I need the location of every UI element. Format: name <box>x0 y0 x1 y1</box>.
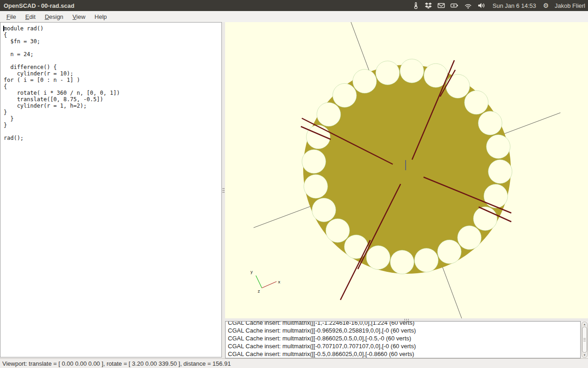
session-username[interactable]: Jakob Flierl <box>555 2 585 9</box>
clock[interactable]: Sun Jan 6 14:53 <box>492 2 536 9</box>
viewport-status-text: Viewport: translate = [ 0.00 0.00 0.00 ]… <box>2 360 231 367</box>
scroll-down-icon[interactable]: ▼ <box>583 353 586 357</box>
disk-hole <box>437 240 461 264</box>
disk-hole <box>353 69 377 93</box>
disk-hole <box>333 83 356 107</box>
scrollbar-thumb[interactable] <box>582 327 587 353</box>
console-lines: CGAL Cache insert: multmatrix([[-1,-1.22… <box>228 321 578 358</box>
main-area: module rad() { $fn = 30; n = 24; differe… <box>0 22 588 358</box>
battery-icon[interactable] <box>450 2 459 9</box>
code-text: module rad() { $fn = 30; n = 24; differe… <box>0 23 221 141</box>
disk-hole <box>312 198 336 222</box>
disk-hole <box>486 135 510 159</box>
dropbox-icon[interactable] <box>424 2 432 9</box>
disk-hole <box>302 150 326 173</box>
disk-hole <box>304 174 328 198</box>
scroll-up-icon[interactable]: ▲ <box>583 322 586 327</box>
openscad-window: OpenSCAD - 00-rad.scad Sun Jan 6 14:53 ⚙ <box>0 0 588 368</box>
menu-item-file[interactable]: File <box>2 12 21 22</box>
console-scrollbar[interactable]: ▲ ▼ <box>582 322 588 358</box>
system-tray: Sun Jan 6 14:53 ⚙ Jakob Flierl <box>412 0 585 11</box>
disk-hole <box>446 75 470 98</box>
indicator-label-z: z <box>258 289 260 293</box>
3d-scene-svg: yxz <box>225 22 588 318</box>
menu-item-edit[interactable]: Edit <box>21 12 40 22</box>
disk-hole <box>326 218 350 242</box>
menubar: FileEditDesignViewHelp <box>0 11 588 22</box>
session-gear-icon[interactable]: ⚙ <box>543 0 549 11</box>
unity-top-panel: OpenSCAD - 00-rad.scad Sun Jan 6 14:53 ⚙ <box>0 0 588 11</box>
disk-hole <box>458 226 481 250</box>
3d-viewport[interactable]: yxz <box>225 22 588 318</box>
disk-hole <box>366 246 390 270</box>
disk-hole <box>478 111 502 135</box>
window-title: OpenSCAD - 00-rad.scad <box>4 2 74 9</box>
status-bar: Viewport: translate = [ 0.00 0.00 0.00 ]… <box>0 358 588 368</box>
menu-item-help[interactable]: Help <box>90 12 112 22</box>
disk-hole <box>376 61 400 85</box>
right-column: yxz CGAL Cache insert: multmatrix([[-1,-… <box>225 22 588 358</box>
indicator-label-x: x <box>278 280 281 284</box>
thermometer-icon[interactable] <box>412 2 419 9</box>
text-caret <box>3 26 4 31</box>
disk-hole <box>317 103 341 126</box>
code-editor[interactable]: module rad() { $fn = 30; n = 24; differe… <box>0 22 222 357</box>
console-row: CGAL Cache insert: multmatrix([[-1,-1.22… <box>225 321 588 358</box>
disk-hole <box>464 91 488 115</box>
volume-icon[interactable] <box>477 2 486 9</box>
menu-item-view[interactable]: View <box>68 12 90 22</box>
vertical-splitter[interactable] <box>222 22 225 358</box>
disk-hole <box>488 160 512 184</box>
mail-icon[interactable] <box>437 2 445 9</box>
disk-hole <box>484 184 508 208</box>
disk-hole <box>400 59 424 83</box>
indicator-label-y: y <box>250 270 253 274</box>
console-log[interactable]: CGAL Cache insert: multmatrix([[-1,-1.22… <box>225 321 581 358</box>
disk-hole <box>390 250 414 274</box>
disk-hole <box>306 125 330 149</box>
wifi-icon[interactable] <box>464 2 472 9</box>
menu-item-design[interactable]: Design <box>40 12 68 22</box>
disk-hole <box>414 248 438 272</box>
